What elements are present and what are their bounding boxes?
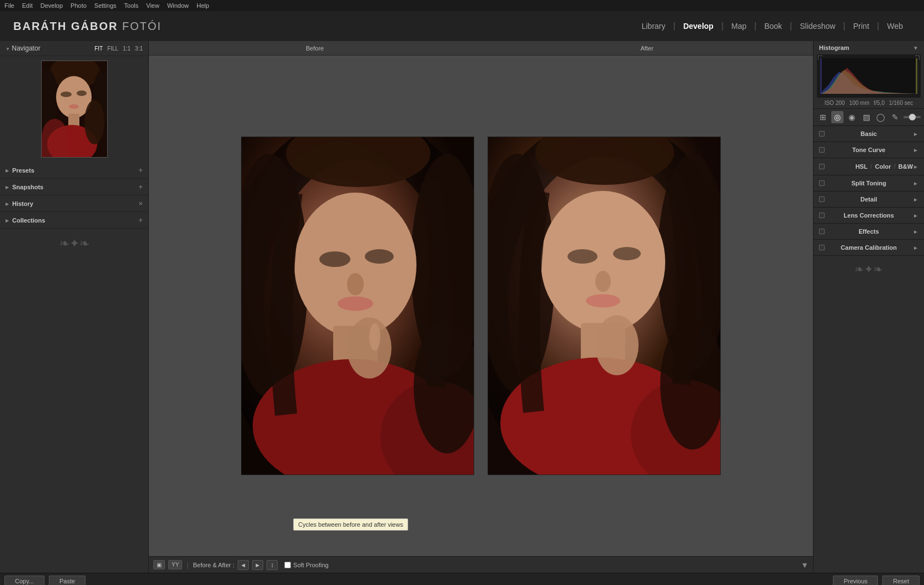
ba-next-btn[interactable]: ► (252, 560, 263, 570)
hsl-header[interactable]: HSL / Color / B&W ► (813, 158, 924, 175)
after-photo-frame[interactable] (482, 62, 726, 549)
basic-header[interactable]: Basic ► (813, 126, 924, 142)
zoom-3-1[interactable]: 3:1 (135, 46, 143, 52)
menu-settings[interactable]: Settings (94, 2, 117, 9)
navigator-thumb[interactable] (41, 60, 108, 158)
effects-section-icon (819, 229, 825, 234)
histogram-toggle-icon[interactable]: ▼ (913, 45, 918, 51)
snapshots-header[interactable]: Snapshots + (0, 179, 148, 195)
footer-right: Previous Reset (833, 576, 920, 586)
camera-calibration-section: Camera Calibration ► (813, 240, 924, 256)
tone-curve-section: Tone Curve ► (813, 142, 924, 158)
adj-brush-tool[interactable]: ✎ (889, 111, 901, 123)
ba-swap-btn[interactable]: ↕ (267, 560, 278, 570)
camera-calibration-arrow-icon: ► (913, 245, 918, 251)
snapshots-add-icon[interactable]: + (138, 183, 143, 191)
after-label: After (481, 41, 813, 56)
menu-view[interactable]: View (146, 2, 159, 9)
view-mode-single-btn[interactable]: ▣ (153, 560, 165, 569)
lens-corrections-header[interactable]: Lens Corrections ► (813, 208, 924, 223)
tone-curve-arrow-icon: ► (913, 147, 918, 153)
nav-print[interactable]: Print (846, 19, 877, 33)
crop-tool[interactable]: ⊞ (817, 111, 829, 123)
center-panel: Before After (149, 41, 813, 573)
nav-map[interactable]: Map (724, 19, 754, 33)
presets-add-icon[interactable]: + (138, 166, 143, 174)
before-photo-frame[interactable] (235, 62, 480, 549)
paste-button[interactable]: Paste (49, 576, 86, 586)
radial-filter-tool[interactable]: ◯ (875, 111, 887, 123)
zoom-fit[interactable]: FIT (94, 46, 103, 52)
navigator-toggle-icon[interactable] (6, 46, 10, 52)
snapshots-toggle-icon (6, 184, 9, 190)
nav-develop[interactable]: Develop (675, 19, 721, 33)
collections-add-icon[interactable]: + (138, 216, 143, 224)
view-mode-loupe-btn[interactable]: YY (168, 560, 182, 569)
split-toning-header[interactable]: Split Toning ► (813, 175, 924, 191)
menu-edit[interactable]: Edit (22, 2, 33, 9)
svg-point-40 (595, 315, 639, 375)
copy-button[interactable]: Copy... (4, 576, 44, 586)
camera-calibration-header[interactable]: Camera Calibration ► (813, 240, 924, 255)
ba-prev-btn[interactable]: ◄ (238, 560, 249, 570)
tooltip: Cycles between before and after views (293, 518, 408, 531)
collections-label: Collections (12, 217, 45, 224)
history-toggle-icon (6, 200, 9, 206)
images-container (149, 56, 813, 556)
history-close-icon[interactable]: × (138, 199, 143, 208)
exif-lens: 100 mm (849, 100, 869, 106)
bw-label[interactable]: B&W (898, 163, 913, 170)
svg-point-7 (61, 92, 72, 97)
previous-button[interactable]: Previous (833, 576, 878, 586)
menu-develop[interactable]: Develop (41, 2, 63, 9)
zoom-fill[interactable]: FILL (107, 46, 118, 52)
tool-slider[interactable] (903, 116, 921, 118)
collections-header[interactable]: Collections + (0, 212, 148, 228)
nav-library[interactable]: Library (634, 19, 673, 33)
zoom-1-1[interactable]: 1:1 (123, 46, 130, 52)
svg-point-38 (595, 271, 611, 292)
filmstrip-toggle-icon[interactable]: ▼ (801, 561, 808, 569)
detail-header[interactable]: Detail ► (813, 191, 924, 207)
healing-tool[interactable]: ◎ (831, 111, 843, 123)
svg-point-37 (613, 247, 641, 260)
tone-curve-header[interactable]: Tone Curve ► (813, 142, 924, 158)
footer-left: Copy... Paste (4, 576, 86, 586)
svg-rect-43 (820, 58, 822, 94)
navigator-header: Navigator FIT FILL 1:1 3:1 (0, 41, 148, 56)
svg-point-25 (369, 323, 380, 351)
snapshots-label: Snapshots (12, 184, 43, 190)
nav-web[interactable]: Web (879, 19, 911, 33)
hsl-label[interactable]: HSL (855, 163, 867, 170)
soft-proofing-checkbox[interactable] (284, 562, 291, 568)
soft-proofing-container: Soft Proofing (284, 562, 329, 568)
history-label: History (12, 200, 33, 207)
nav-slideshow[interactable]: Slideshow (792, 19, 843, 33)
menu-tools[interactable]: Tools (124, 2, 139, 9)
redeye-tool[interactable]: ◉ (846, 111, 858, 123)
menu-photo[interactable]: Photo (71, 2, 87, 9)
menu-file[interactable]: File (4, 2, 14, 9)
lens-corrections-label: Lens Corrections (843, 212, 893, 219)
nav-book[interactable]: Book (756, 19, 790, 33)
history-header[interactable]: History × (0, 195, 148, 211)
svg-point-21 (365, 249, 394, 264)
after-photo[interactable] (488, 137, 721, 475)
before-label: Before (149, 41, 481, 56)
color-label[interactable]: Color (875, 163, 891, 170)
menu-window[interactable]: Window (167, 2, 189, 9)
right-flourish: ❧✦❧ (813, 256, 924, 283)
grad-filter-tool[interactable]: ▨ (860, 111, 872, 123)
presets-header[interactable]: Presets + (0, 162, 148, 178)
menu-help[interactable]: Help (197, 2, 209, 9)
reset-button[interactable]: Reset (882, 576, 920, 586)
svg-rect-44 (916, 58, 917, 94)
svg-point-23 (338, 296, 373, 311)
effects-label: Effects (858, 228, 879, 235)
presets-label: Presets (12, 167, 34, 174)
lens-corrections-section-icon (819, 213, 825, 218)
navigator-preview[interactable] (0, 56, 148, 162)
effects-header[interactable]: Effects ► (813, 224, 924, 239)
before-photo[interactable] (241, 137, 474, 475)
snapshots-section: Snapshots + (0, 179, 148, 195)
